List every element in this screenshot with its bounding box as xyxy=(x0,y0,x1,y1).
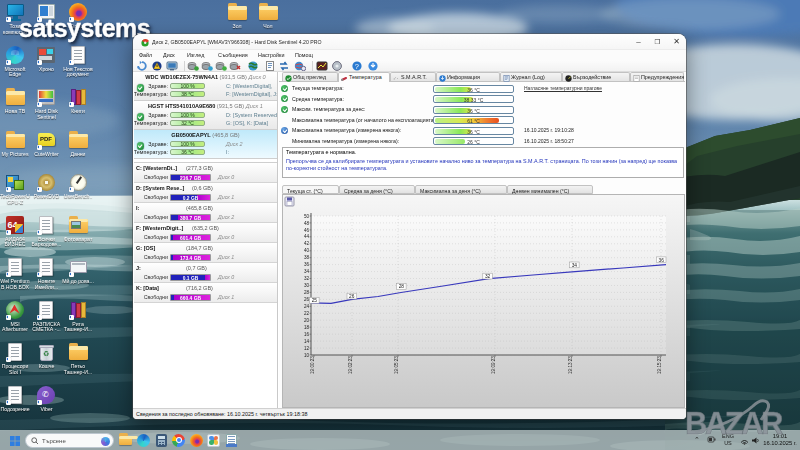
svg-text:34: 34 xyxy=(304,269,310,274)
svg-text:24: 24 xyxy=(304,304,310,309)
svg-text:14: 14 xyxy=(304,339,310,344)
svg-text:19:13:23: 19:13:23 xyxy=(568,356,573,374)
svg-text:10: 10 xyxy=(304,353,310,358)
svg-text:26: 26 xyxy=(304,297,310,302)
svg-text:28: 28 xyxy=(399,284,405,289)
svg-text:30: 30 xyxy=(304,283,310,288)
svg-text:19:09:23: 19:09:23 xyxy=(491,356,496,374)
svg-text:44: 44 xyxy=(304,234,310,239)
svg-text:36: 36 xyxy=(304,262,310,267)
svg-text:25: 25 xyxy=(312,298,318,303)
svg-text:32: 32 xyxy=(485,274,491,279)
svg-text:22: 22 xyxy=(304,311,310,316)
svg-text:20: 20 xyxy=(304,318,310,323)
svg-text:?: ? xyxy=(355,62,359,71)
svg-text:32: 32 xyxy=(304,276,310,281)
svg-text:38: 38 xyxy=(304,255,310,260)
svg-text:36: 36 xyxy=(659,258,665,263)
svg-text:12: 12 xyxy=(304,346,310,351)
svg-text:16: 16 xyxy=(304,332,310,337)
svg-text:50: 50 xyxy=(304,214,310,219)
svg-text:19:00:23: 19:00:23 xyxy=(310,356,315,374)
svg-text:46: 46 xyxy=(304,228,310,233)
svg-text:34: 34 xyxy=(572,263,578,268)
svg-text:19:05:23: 19:05:23 xyxy=(394,356,399,374)
svg-text:40: 40 xyxy=(304,248,310,253)
svg-text:18: 18 xyxy=(304,325,310,330)
svg-text:48: 48 xyxy=(304,221,310,226)
svg-text:19:02:23: 19:02:23 xyxy=(348,356,353,374)
svg-text:42: 42 xyxy=(304,241,310,246)
svg-text:19:15:23: 19:15:23 xyxy=(657,356,662,374)
svg-text:26: 26 xyxy=(349,294,355,299)
svg-text:28: 28 xyxy=(304,290,310,295)
